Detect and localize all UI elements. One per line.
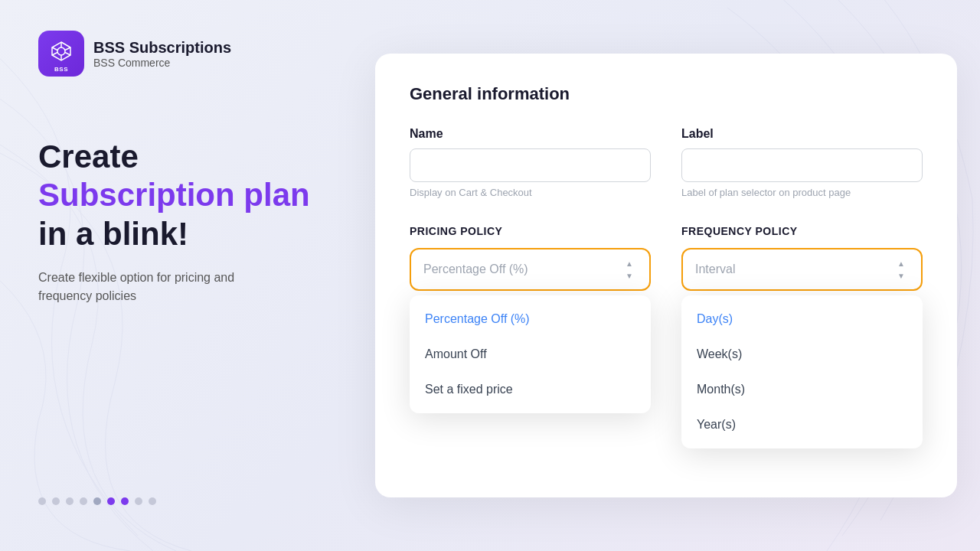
frequency-option-days[interactable]: Day(s) bbox=[681, 302, 923, 337]
pricing-selected-text: Percentage Off (%) bbox=[423, 262, 528, 276]
frequency-policy-heading: FREQUENCY POLICY bbox=[681, 225, 923, 237]
name-hint: Display on Cart & Checkout bbox=[410, 187, 651, 198]
frequency-policy-section: FREQUENCY POLICY Interval ▲ ▼ Day(s) Wee… bbox=[681, 225, 923, 291]
pricing-option-fixed[interactable]: Set a fixed price bbox=[410, 372, 651, 407]
dot-8[interactable] bbox=[135, 497, 142, 505]
frequency-select-wrapper: Interval ▲ ▼ Day(s) Week(s) Month(s) Yea… bbox=[681, 248, 923, 291]
pricing-arrow-up[interactable]: ▲ bbox=[622, 258, 637, 269]
policy-row: PRICING POLICY Percentage Off (%) ▲ ▼ Pe… bbox=[410, 225, 923, 291]
app-subtitle: BSS Commerce bbox=[93, 57, 231, 69]
form-group-label: Label Label of plan selector on product … bbox=[681, 127, 923, 198]
pricing-select-wrapper: Percentage Off (%) ▲ ▼ Percentage Off (%… bbox=[410, 248, 651, 291]
frequency-option-months[interactable]: Month(s) bbox=[681, 372, 923, 407]
frequency-arrow-up[interactable]: ▲ bbox=[893, 258, 909, 269]
app-logo-icon bbox=[38, 31, 84, 77]
label-label: Label bbox=[681, 127, 923, 141]
pricing-option-amount[interactable]: Amount Off bbox=[410, 337, 651, 372]
label-hint: Label of plan selector on product page bbox=[681, 187, 923, 198]
hero-heading: Create Subscription plan in a blink! bbox=[38, 138, 314, 253]
dot-4[interactable] bbox=[80, 497, 87, 505]
frequency-arrow-down[interactable]: ▼ bbox=[893, 270, 909, 281]
logo-area: BSS Subscriptions BSS Commerce bbox=[38, 31, 314, 77]
pricing-arrow-down[interactable]: ▼ bbox=[622, 270, 637, 281]
frequency-select[interactable]: Interval ▲ ▼ bbox=[681, 248, 923, 291]
pricing-dropdown: Percentage Off (%) Amount Off Set a fixe… bbox=[410, 295, 651, 413]
frequency-option-weeks[interactable]: Week(s) bbox=[681, 337, 923, 372]
app-title: BSS Subscriptions bbox=[93, 39, 231, 57]
logo-text: BSS Subscriptions BSS Commerce bbox=[93, 39, 231, 69]
hero-line3: in a blink! bbox=[38, 216, 188, 252]
pricing-select[interactable]: Percentage Off (%) ▲ ▼ bbox=[410, 248, 651, 291]
pricing-policy-heading: PRICING POLICY bbox=[410, 225, 651, 237]
hero-content: Create Subscription plan in a blink! Cre… bbox=[38, 138, 314, 497]
label-input[interactable] bbox=[681, 148, 923, 182]
name-input[interactable] bbox=[410, 148, 651, 182]
frequency-option-years[interactable]: Year(s) bbox=[681, 407, 923, 442]
hero-line1: Create bbox=[38, 139, 139, 174]
frequency-arrows: ▲ ▼ bbox=[893, 258, 909, 281]
pricing-option-percentage[interactable]: Percentage Off (%) bbox=[410, 302, 651, 337]
form-row-basic: Name Display on Cart & Checkout Label La… bbox=[410, 127, 923, 198]
pricing-arrows: ▲ ▼ bbox=[622, 258, 637, 281]
section-title: General information bbox=[410, 84, 923, 104]
pricing-policy-section: PRICING POLICY Percentage Off (%) ▲ ▼ Pe… bbox=[410, 225, 651, 291]
frequency-selected-text: Interval bbox=[695, 262, 735, 276]
name-label: Name bbox=[410, 127, 651, 141]
hero-line2: Subscription plan bbox=[38, 177, 310, 213]
dot-1[interactable] bbox=[38, 497, 46, 505]
dot-6[interactable] bbox=[107, 497, 115, 505]
main-card: General information Name Display on Cart… bbox=[375, 54, 957, 497]
form-group-name: Name Display on Cart & Checkout bbox=[410, 127, 651, 198]
frequency-dropdown: Day(s) Week(s) Month(s) Year(s) bbox=[681, 295, 923, 448]
dot-5[interactable] bbox=[93, 497, 101, 505]
left-panel: BSS Subscriptions BSS Commerce Create Su… bbox=[0, 0, 352, 551]
dots-indicator bbox=[38, 497, 314, 520]
dot-2[interactable] bbox=[52, 497, 60, 505]
dot-7[interactable] bbox=[121, 497, 129, 505]
svg-point-0 bbox=[57, 47, 65, 55]
hero-description: Create flexible option for pricing and f… bbox=[38, 269, 291, 305]
dot-3[interactable] bbox=[66, 497, 74, 505]
dot-9[interactable] bbox=[149, 497, 156, 505]
